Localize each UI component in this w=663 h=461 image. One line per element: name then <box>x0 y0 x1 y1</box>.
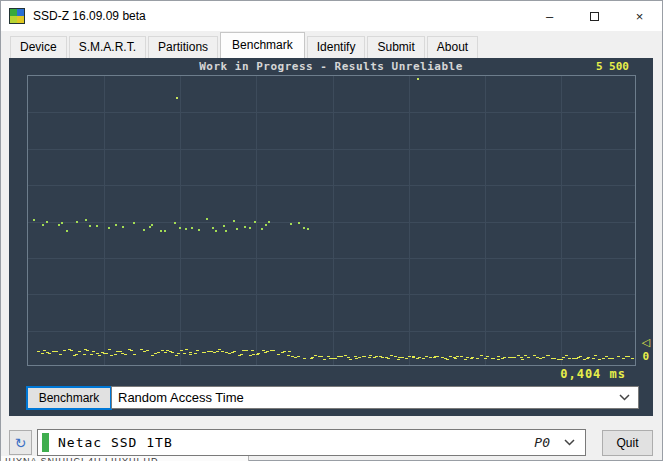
data-point <box>568 358 571 359</box>
refresh-icon: ↻ <box>15 435 27 451</box>
data-point <box>256 354 259 355</box>
data-point <box>466 357 469 358</box>
data-point <box>513 357 516 358</box>
quit-button[interactable]: Quit <box>602 430 653 456</box>
data-point <box>272 350 275 351</box>
test-type-select[interactable]: Random Access Time <box>111 386 639 409</box>
data-point <box>560 359 563 360</box>
gridline <box>28 185 635 186</box>
chevron-down-icon[interactable] <box>619 394 630 401</box>
data-point <box>78 351 81 352</box>
data-point <box>48 353 51 354</box>
tab-about[interactable]: About <box>427 36 478 58</box>
data-point <box>194 353 197 354</box>
data-point <box>108 349 111 350</box>
data-point <box>154 353 157 354</box>
tab-device[interactable]: Device <box>10 36 67 58</box>
data-point <box>177 353 180 354</box>
data-point <box>42 224 44 226</box>
data-point <box>422 358 425 359</box>
data-point <box>146 350 149 351</box>
data-point <box>76 221 78 223</box>
data-point <box>254 221 256 223</box>
refresh-devices-button[interactable]: ↻ <box>9 430 32 455</box>
data-point <box>233 220 235 222</box>
result-value-label: 0,404 ms <box>560 367 626 381</box>
data-point <box>397 359 400 360</box>
data-point <box>501 358 504 359</box>
data-point <box>66 230 68 232</box>
data-point <box>33 219 35 221</box>
maximize-button[interactable] <box>572 1 617 31</box>
data-point <box>470 358 473 359</box>
window-title: SSD-Z 16.09.09 beta <box>33 9 146 23</box>
gridline <box>256 76 257 365</box>
data-point <box>105 353 108 354</box>
status-banner: Work in Progress - Results Unreliable <box>9 60 653 73</box>
data-point <box>215 230 217 232</box>
data-point <box>314 355 317 356</box>
data-point <box>344 355 347 356</box>
data-point <box>622 358 625 359</box>
data-point <box>349 359 352 360</box>
data-point <box>161 350 164 351</box>
data-point <box>265 224 267 226</box>
tab-submit[interactable]: Submit <box>367 36 424 58</box>
data-point <box>631 358 634 359</box>
data-point <box>236 228 238 230</box>
gridline <box>485 76 486 365</box>
data-point <box>185 228 187 230</box>
data-point <box>310 358 313 359</box>
tab-identify[interactable]: Identify <box>307 36 366 58</box>
data-point <box>266 351 269 352</box>
data-point <box>160 230 162 232</box>
data-point <box>149 226 151 228</box>
data-point <box>281 352 284 353</box>
tab-benchmark[interactable]: Benchmark <box>220 32 305 58</box>
gridline <box>28 222 635 223</box>
gridline <box>333 76 334 365</box>
gridline <box>180 76 181 365</box>
data-point <box>503 357 506 358</box>
data-point <box>617 356 620 357</box>
benchmark-button[interactable]: Benchmark <box>26 386 112 410</box>
benchmark-controls-row: Benchmark Random Access Time <box>9 386 653 416</box>
data-point <box>446 359 449 360</box>
data-point <box>143 229 145 231</box>
data-point <box>334 358 337 359</box>
data-point <box>327 356 330 357</box>
data-point <box>264 352 267 353</box>
tab-partitions[interactable]: Partitions <box>148 36 218 58</box>
data-point <box>41 353 44 354</box>
close-button[interactable]: × <box>617 1 662 31</box>
data-point <box>122 226 124 228</box>
data-point <box>223 225 225 227</box>
data-point <box>212 227 214 229</box>
background-window-artifact: IUYNA SNIUUCI 4U LIUYUI UD. <box>1 456 249 461</box>
data-point <box>124 354 127 355</box>
data-point <box>542 357 545 358</box>
data-point <box>183 353 186 354</box>
data-point <box>268 221 270 223</box>
data-point <box>252 354 255 355</box>
data-point <box>228 353 231 354</box>
data-point <box>358 357 361 358</box>
data-point <box>196 350 199 351</box>
data-point <box>394 356 397 357</box>
device-select[interactable]: Netac SSD 1TB P0 <box>37 429 586 456</box>
data-point <box>412 357 415 358</box>
data-point <box>492 358 495 359</box>
data-point <box>75 354 78 355</box>
tab-bar: Device S.M.A.R.T. Partitions Benchmark I… <box>1 31 662 58</box>
data-point <box>86 350 89 351</box>
data-point <box>198 229 200 231</box>
data-point <box>460 356 463 357</box>
data-point <box>340 356 343 357</box>
minimize-button[interactable]: – <box>527 1 572 31</box>
data-point <box>110 355 113 356</box>
data-point <box>174 222 176 224</box>
chevron-down-icon[interactable] <box>564 439 575 446</box>
tab-smart[interactable]: S.M.A.R.T. <box>69 36 146 58</box>
gridline <box>28 149 635 150</box>
data-point <box>303 227 305 229</box>
